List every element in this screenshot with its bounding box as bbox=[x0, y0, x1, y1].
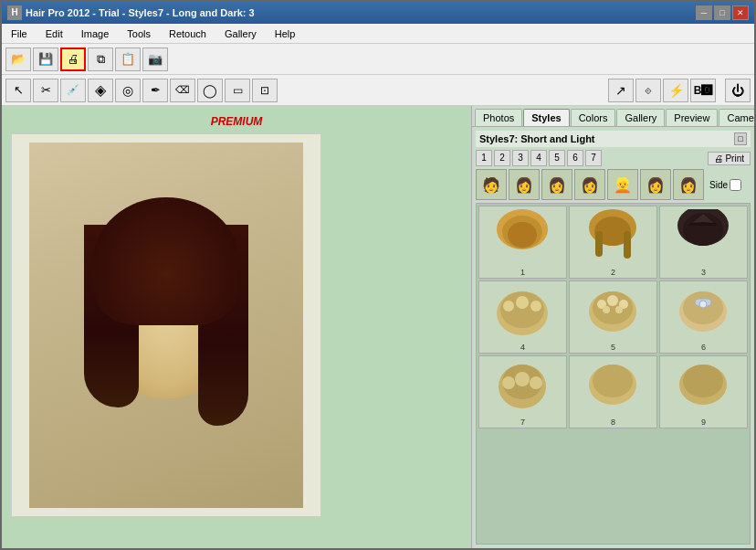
styles-grid-wrapper[interactable]: 1 2 3 bbox=[476, 203, 751, 545]
hair-thumbnail-4 bbox=[487, 281, 560, 341]
right-panel: Photos Styles Colors Gallery Preview Cam… bbox=[471, 106, 754, 548]
avatar-5[interactable]: 👱 bbox=[607, 169, 638, 200]
hair-thumbnail-9 bbox=[667, 356, 740, 416]
svg-point-20 bbox=[607, 295, 618, 306]
style-cell-2[interactable]: 2 bbox=[569, 206, 657, 279]
save-button[interactable]: 💾 bbox=[33, 48, 58, 71]
hair-thumbnail-1 bbox=[487, 206, 560, 266]
style-numbers-row: 1 2 3 4 5 6 7 🖨 Print bbox=[476, 150, 751, 166]
menu-help[interactable]: Help bbox=[269, 26, 301, 41]
title-bar-left: H Hair Pro 2012 - Trial - Styles7 - Long… bbox=[7, 5, 255, 20]
paste-button[interactable]: 📋 bbox=[115, 48, 141, 71]
app-icon: H bbox=[7, 5, 22, 20]
style-cell-1-label: 1 bbox=[520, 268, 525, 277]
svg-point-14 bbox=[503, 301, 514, 312]
svg-rect-5 bbox=[595, 231, 603, 257]
style-cell-5-label: 5 bbox=[611, 343, 615, 352]
svg-point-30 bbox=[502, 376, 515, 389]
tab-gallery[interactable]: Gallery bbox=[616, 109, 665, 126]
hair-thumbnail-5 bbox=[577, 281, 650, 341]
avatar-6[interactable]: 👩 bbox=[640, 169, 671, 200]
tab-styles[interactable]: Styles bbox=[523, 109, 569, 126]
tab-colors[interactable]: Colors bbox=[571, 109, 616, 126]
open-button[interactable]: 📂 bbox=[5, 48, 31, 71]
style-cell-7-label: 7 bbox=[520, 418, 525, 427]
side-checkbox[interactable] bbox=[730, 179, 741, 191]
select-tool[interactable]: ↖ bbox=[5, 79, 31, 102]
stamp-tool[interactable]: ◎ bbox=[115, 79, 141, 102]
canvas-area: PREMIUM bbox=[2, 106, 471, 548]
style-num-4[interactable]: 4 bbox=[530, 150, 547, 166]
pointer-tool[interactable]: ↗ bbox=[608, 79, 634, 102]
svg-point-15 bbox=[516, 296, 529, 309]
menu-gallery[interactable]: Gallery bbox=[219, 26, 262, 41]
hair-thumbnail-8 bbox=[577, 356, 650, 416]
dropper-tool[interactable]: 💉 bbox=[60, 79, 86, 102]
style-num-2[interactable]: 2 bbox=[494, 150, 510, 166]
print-button[interactable]: 🖨 bbox=[60, 48, 86, 71]
style-cell-5[interactable]: 5 bbox=[569, 280, 657, 354]
close-button[interactable]: ✕ bbox=[732, 5, 749, 20]
style-cell-6-label: 6 bbox=[701, 343, 706, 352]
photo-box bbox=[11, 133, 321, 517]
main-area: PREMIUM Photos Styles Colors Gallery Pre… bbox=[2, 106, 754, 548]
side-checkbox-area: Side bbox=[709, 179, 741, 191]
camera-button[interactable]: 📷 bbox=[142, 48, 168, 71]
styles-title: Styles7: Short and Light bbox=[479, 133, 595, 144]
power-button[interactable]: ⏻ bbox=[725, 79, 751, 102]
copy-button[interactable]: ⧉ bbox=[88, 48, 113, 71]
style-num-6[interactable]: 6 bbox=[567, 150, 583, 166]
fill-tool[interactable]: ◈ bbox=[88, 79, 113, 102]
style-cell-7[interactable]: 7 bbox=[478, 355, 567, 428]
style-cell-4[interactable]: 4 bbox=[478, 280, 567, 354]
style-num-3[interactable]: 3 bbox=[512, 150, 529, 166]
style-num-5[interactable]: 5 bbox=[549, 150, 565, 166]
avatar-2[interactable]: 👩 bbox=[509, 169, 540, 200]
svg-point-32 bbox=[530, 376, 542, 389]
toolbar-row-2: ↖ ✂ 💉 ◈ ◎ ✒ ⌫ ◯ ▭ ⊡ ↗ ⟐ ⚡ B🅾 ⏻ bbox=[2, 75, 754, 106]
menu-image[interactable]: Image bbox=[76, 26, 115, 41]
style-cell-9[interactable]: 9 bbox=[659, 355, 748, 428]
styles-grid: 1 2 3 bbox=[477, 204, 750, 430]
style-cell-2-label: 2 bbox=[611, 268, 615, 277]
style-num-7[interactable]: 7 bbox=[585, 150, 602, 166]
expand-button[interactable]: □ bbox=[734, 132, 747, 145]
avatar-1[interactable]: 🧑 bbox=[476, 169, 507, 200]
style-cell-8[interactable]: 8 bbox=[569, 355, 657, 428]
svg-point-36 bbox=[683, 365, 723, 397]
menu-file[interactable]: File bbox=[5, 26, 33, 41]
menu-tools[interactable]: Tools bbox=[121, 26, 156, 41]
effect-tool[interactable]: B🅾 bbox=[690, 79, 716, 102]
ellipse-tool[interactable]: ◯ bbox=[197, 79, 223, 102]
print-styles-button[interactable]: 🖨 Print bbox=[708, 152, 751, 165]
rect-tool[interactable]: ▭ bbox=[225, 79, 250, 102]
style-cell-1[interactable]: 1 bbox=[478, 206, 567, 279]
crop-tool[interactable]: ⊡ bbox=[252, 79, 278, 102]
avatar-3[interactable]: 👩 bbox=[541, 169, 572, 200]
erase-tool[interactable]: ⌫ bbox=[170, 79, 195, 102]
hair-thumbnail-7 bbox=[487, 356, 560, 416]
style-num-1[interactable]: 1 bbox=[476, 150, 492, 166]
avatar-7[interactable]: 👩 bbox=[673, 169, 704, 200]
tab-photos[interactable]: Photos bbox=[475, 109, 522, 126]
scissors-tool[interactable]: ✂ bbox=[33, 79, 58, 102]
tab-camera[interactable]: Camera bbox=[719, 109, 754, 126]
styles-panel: Styles7: Short and Light □ 1 2 3 4 5 6 7… bbox=[472, 127, 754, 548]
maximize-button[interactable]: □ bbox=[714, 5, 730, 20]
portrait bbox=[29, 143, 303, 508]
minimize-button[interactable]: ─ bbox=[696, 5, 712, 20]
window-title: Hair Pro 2012 - Trial - Styles7 - Long a… bbox=[26, 7, 255, 18]
brush-tool[interactable]: ✒ bbox=[142, 79, 168, 102]
style-cell-6[interactable]: 6 bbox=[659, 280, 748, 354]
tab-preview[interactable]: Preview bbox=[666, 109, 718, 126]
style-cell-3[interactable]: 3 bbox=[659, 206, 748, 279]
svg-rect-6 bbox=[624, 231, 631, 259]
svg-point-23 bbox=[615, 306, 623, 313]
avatar-4[interactable]: 👩 bbox=[574, 169, 605, 200]
hair-thumbnail-2 bbox=[577, 206, 650, 266]
title-bar: H Hair Pro 2012 - Trial - Styles7 - Long… bbox=[2, 2, 754, 24]
menu-edit[interactable]: Edit bbox=[40, 26, 68, 41]
menu-retouch[interactable]: Retouch bbox=[163, 26, 212, 41]
lightning-tool[interactable]: ⚡ bbox=[663, 79, 688, 102]
wand-tool[interactable]: ⟐ bbox=[635, 79, 661, 102]
